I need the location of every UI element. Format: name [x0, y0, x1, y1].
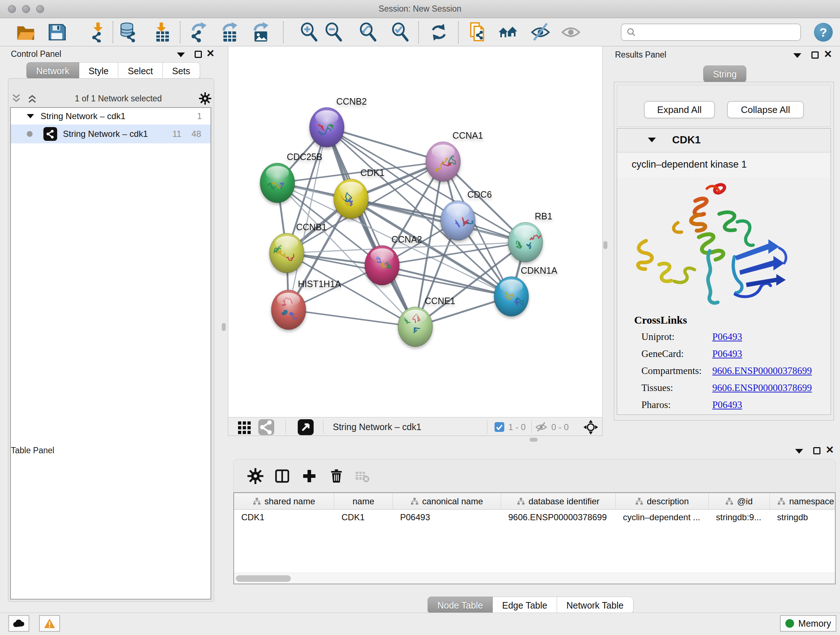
results-panel-close-icon[interactable]: ✕ — [824, 51, 832, 58]
export-image-icon[interactable] — [251, 22, 271, 42]
crosslink-link[interactable]: 9606.ENSP00000378699 — [712, 382, 812, 394]
column-header-namespace[interactable]: namespace — [770, 493, 836, 509]
zoom-in-icon[interactable] — [299, 22, 319, 42]
network-edge-CCNE1-HIST1H1A[interactable] — [289, 310, 415, 327]
table-panel-float-icon[interactable] — [813, 447, 821, 454]
network-collection-row[interactable]: String Network – cdk1 1 — [11, 108, 210, 125]
add-column-icon[interactable] — [302, 468, 317, 484]
zoom-selected-icon[interactable] — [390, 22, 410, 42]
search-input[interactable] — [639, 27, 800, 37]
warning-icon — [44, 618, 55, 629]
crosslink-label: Tissues: — [641, 382, 673, 393]
delete-table-icon — [354, 468, 370, 484]
network-row[interactable]: String Network – cdk1 11 48 — [11, 125, 210, 143]
status-bar: Memory — [0, 613, 840, 635]
export-network-icon[interactable] — [189, 22, 209, 42]
tab-edge-table[interactable]: Edge Table — [493, 597, 557, 614]
control-panel-float-icon[interactable] — [195, 51, 202, 58]
column-header-canonical-name[interactable]: canonical name — [393, 493, 501, 509]
pan-crosshair-icon[interactable] — [583, 419, 599, 435]
selected-checkbox[interactable] — [494, 422, 504, 432]
left-splitter-handle[interactable] — [222, 323, 226, 331]
gear-icon[interactable] — [199, 92, 211, 105]
column-header-shared-name[interactable]: shared name — [234, 493, 334, 509]
refresh-icon[interactable] — [429, 22, 449, 42]
network-node-HIST1H1A[interactable]: HIST1H1A — [271, 279, 341, 330]
network-edge-CCNB2-CCNA1[interactable] — [327, 127, 443, 162]
crosslink-link[interactable]: 9606.ENSP00000378699 — [712, 365, 812, 377]
scrollbar-thumb[interactable] — [236, 575, 291, 582]
network-node-CDKN1A[interactable]: CDKN1A — [494, 265, 557, 317]
import-network-file-icon[interactable] — [88, 22, 108, 42]
collapse-all-button[interactable]: Collapse All — [727, 101, 804, 119]
zoom-out-icon[interactable] — [324, 22, 344, 42]
copy-style-icon[interactable] — [467, 22, 488, 42]
network-node-CCNA1[interactable]: CCNA1 — [426, 130, 483, 181]
expand-all-icon[interactable] — [27, 93, 38, 104]
network-label: String Network – cdk1 — [63, 129, 148, 139]
tab-style[interactable]: Style — [79, 62, 118, 79]
memory-button[interactable]: Memory — [780, 615, 836, 632]
crosslink-link[interactable]: P06493 — [712, 348, 742, 359]
open-session-icon[interactable] — [16, 22, 36, 42]
tab-sets[interactable]: Sets — [163, 62, 200, 79]
export-table-icon[interactable] — [219, 22, 240, 42]
network-edge-CCNB2-CCNE1[interactable] — [327, 127, 415, 327]
toolbar-separator — [531, 420, 532, 433]
table-horizontal-scrollbar[interactable] — [234, 573, 835, 584]
network-edge-count: 48 — [191, 129, 201, 139]
hide-selected-icon[interactable] — [531, 22, 551, 42]
crosslink-link[interactable]: P06493 — [712, 331, 742, 342]
crosslink-label: Compartments: — [641, 365, 701, 376]
tab-select[interactable]: Select — [118, 62, 163, 79]
table-panel-close-icon[interactable]: ✕ — [826, 447, 834, 454]
zoom-fit-icon[interactable] — [358, 22, 378, 42]
memory-label: Memory — [798, 618, 831, 629]
tab-network-table[interactable]: Network Table — [557, 597, 633, 614]
bottom-splitter-handle[interactable] — [530, 438, 538, 442]
table-row[interactable]: CDK1CDK1P064939606.ENSP00000378699cyclin… — [234, 510, 835, 525]
table-cell: CDK1 — [334, 512, 393, 523]
collection-expand-icon[interactable] — [27, 114, 34, 119]
column-header--id[interactable]: @id — [709, 493, 770, 509]
warnings-button[interactable] — [39, 615, 60, 632]
import-network-database-icon[interactable] — [118, 22, 138, 42]
import-table-file-icon[interactable] — [151, 22, 172, 42]
table-cell: 9606.ENSP00000378699 — [501, 512, 616, 523]
help-button[interactable]: ? — [814, 23, 833, 42]
crosslink-link[interactable]: P06493 — [712, 399, 742, 410]
control-panel-close-icon[interactable]: ✕ — [206, 50, 215, 57]
save-session-icon[interactable] — [47, 22, 67, 42]
homes-icon[interactable] — [498, 22, 518, 42]
string-view-icon[interactable] — [258, 419, 274, 435]
cloud-button[interactable] — [8, 615, 29, 632]
column-header-database-identifier[interactable]: database identifier — [501, 493, 616, 509]
results-panel-float-icon[interactable] — [812, 51, 819, 59]
delete-column-icon[interactable] — [328, 468, 344, 484]
tab-node-table[interactable]: Node Table — [428, 597, 493, 614]
crosslink-row: Tissues:9606.ENSP00000378699 — [641, 382, 822, 399]
grid-view-icon[interactable] — [237, 419, 253, 435]
protein-collapse-icon[interactable] — [648, 138, 656, 142]
table-settings-gear-icon[interactable] — [248, 468, 264, 484]
right-splitter-handle[interactable] — [603, 241, 607, 249]
show-columns-icon[interactable] — [274, 468, 290, 484]
network-node-CCNB2[interactable]: CCNB2 — [309, 96, 367, 147]
collapse-all-icon[interactable] — [11, 93, 22, 104]
column-header-name[interactable]: name — [334, 493, 393, 509]
results-panel-menu-icon[interactable] — [793, 53, 801, 58]
show-all-icon[interactable] — [561, 22, 581, 42]
birds-eye-view-icon[interactable] — [298, 419, 314, 435]
network-node-CCNB1[interactable]: CCNB1 — [270, 222, 327, 273]
table-panel-menu-icon[interactable] — [795, 449, 803, 454]
tab-string[interactable]: String — [703, 65, 746, 82]
network-node-RB1[interactable]: RB1 — [508, 211, 553, 262]
network-node-CCNE1[interactable]: CCNE1 — [398, 296, 455, 347]
network-canvas[interactable]: CCNB2CCNA1CDC25BCDK1CDC6RB1CCNB1CCNA2CDK… — [228, 46, 603, 417]
expand-all-button[interactable]: Expand All — [644, 101, 715, 119]
control-panel-menu-icon[interactable] — [177, 52, 185, 57]
results-panel-tabs: String — [703, 65, 746, 82]
tab-network[interactable]: Network — [27, 62, 79, 79]
column-header-description[interactable]: description — [616, 493, 709, 509]
protein-header[interactable]: CDK1 — [617, 128, 831, 152]
